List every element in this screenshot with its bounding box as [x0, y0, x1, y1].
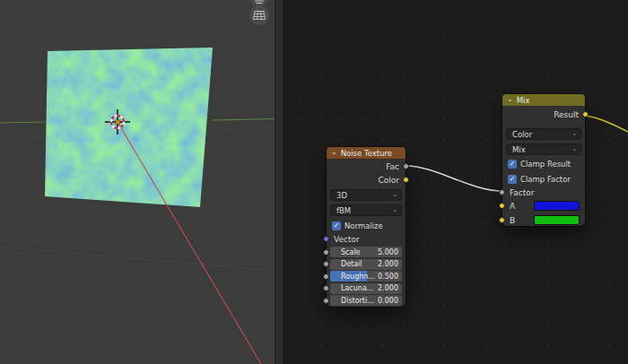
result-output-socket[interactable]	[582, 111, 589, 117]
fac-output-row: Fac	[327, 160, 406, 172]
chevron-down-icon: ⌄	[392, 207, 397, 213]
dimensions-dropdown[interactable]: 3D ⌄	[330, 189, 402, 201]
detail-input-socket[interactable]	[323, 261, 329, 267]
b-input-label: B	[510, 216, 515, 225]
roughness-value: 0.500	[378, 273, 398, 281]
chevron-down-icon: ⌄	[392, 192, 397, 198]
clamp-result-checkbox-row[interactable]: ✓ Clamp Result	[508, 159, 571, 169]
distortion-label: Distorti...	[341, 297, 374, 305]
blend-mode-value: Mix	[512, 145, 526, 154]
scale-input-socket[interactable]	[323, 249, 329, 256]
vector-input-row: Vector	[327, 233, 406, 245]
link-result-offscreen	[585, 116, 628, 132]
dimensions-value: 3D	[336, 191, 347, 200]
link-fac-to-factor	[406, 166, 502, 191]
vector-input-socket[interactable]	[323, 236, 329, 242]
distortion-value: 0.000	[378, 297, 398, 305]
collapse-chevron-icon[interactable]: ⌄	[331, 149, 337, 156]
data-type-dropdown[interactable]: Color ⌄	[506, 128, 581, 140]
mix-node-header[interactable]: ⌄ Mix	[502, 94, 585, 106]
roughness-slider[interactable]: Roughn...0.500	[330, 271, 402, 282]
data-type-value: Color	[512, 130, 532, 139]
factor-input-label: Factor	[510, 188, 535, 197]
color-output-socket[interactable]	[403, 177, 409, 183]
factor-input-socket[interactable]	[499, 189, 505, 195]
node-title: Noise Texture	[341, 149, 392, 158]
normalize-checkbox[interactable]: ✓	[332, 221, 341, 230]
clamp-result-checkbox[interactable]: ✓	[508, 160, 517, 169]
roughness-input-socket[interactable]	[323, 273, 329, 280]
color-output-label: Color	[379, 176, 400, 185]
chevron-down-icon: ⌄	[571, 131, 577, 137]
color-output-row: Color	[327, 174, 406, 186]
clamp-factor-label: Clamp Factor	[520, 175, 571, 184]
scale-slider[interactable]: Scale5.000	[330, 247, 402, 257]
3d-viewport[interactable]	[0, 0, 276, 364]
camera-gizmo-icon[interactable]	[249, 0, 269, 6]
noise-type-value: fBM	[336, 206, 351, 215]
clamp-result-label: Clamp Result	[520, 160, 571, 169]
perspective-grid-gizmo-icon[interactable]	[249, 5, 269, 25]
detail-value: 2.000	[378, 260, 398, 268]
a-input-socket[interactable]	[499, 203, 505, 209]
blend-mode-dropdown[interactable]: Mix ⌄	[506, 143, 581, 155]
lacunarity-value: 2.000	[378, 284, 398, 292]
detail-slider[interactable]: Detail2.000	[330, 259, 402, 270]
collapse-chevron-icon[interactable]: ⌄	[507, 96, 513, 103]
a-input-row: A	[502, 200, 585, 212]
b-input-socket[interactable]	[499, 217, 505, 223]
roughness-label: Roughn...	[341, 273, 375, 281]
normalize-checkbox-row[interactable]: ✓ Normalize	[332, 221, 383, 231]
noise-texture-node-header[interactable]: ⌄ Noise Texture	[327, 147, 406, 159]
result-output-row: Result	[502, 108, 585, 120]
noise-texture-node[interactable]: ⌄ Noise Texture Fac Color 3D ⌄ fBM ⌄ ✓ N	[327, 147, 406, 307]
noise-type-dropdown[interactable]: fBM ⌄	[330, 204, 402, 216]
lacunarity-label: Lacuna...	[341, 284, 373, 292]
scale-value: 5.000	[378, 248, 398, 256]
scale-label: Scale	[341, 248, 361, 256]
distortion-input-socket[interactable]	[323, 298, 329, 304]
shader-node-editor[interactable]: ⌄ Noise Texture Fac Color 3D ⌄ fBM ⌄ ✓ N	[283, 0, 628, 364]
blender-window: ⌄ Noise Texture Fac Color 3D ⌄ fBM ⌄ ✓ N	[0, 0, 628, 364]
node-title: Mix	[517, 96, 530, 105]
object-origin-dot	[116, 120, 120, 125]
normalize-label: Normalize	[345, 221, 383, 230]
result-output-label: Result	[554, 110, 579, 119]
clamp-factor-checkbox[interactable]: ✓	[508, 175, 517, 184]
b-color-swatch[interactable]	[534, 215, 580, 225]
factor-input-row: Factor	[502, 186, 585, 198]
lacunarity-input-socket[interactable]	[323, 285, 329, 291]
fac-output-socket[interactable]	[403, 163, 409, 169]
lacunarity-slider[interactable]: Lacuna...2.000	[330, 283, 402, 294]
chevron-down-icon: ⌄	[571, 146, 577, 152]
a-color-swatch[interactable]	[534, 201, 580, 211]
b-input-row: B	[502, 214, 585, 226]
clamp-factor-checkbox-row[interactable]: ✓ Clamp Factor	[508, 174, 571, 185]
fac-output-label: Fac	[386, 162, 399, 171]
vector-input-label: Vector	[334, 235, 360, 244]
3d-viewport-canvas	[0, 0, 275, 364]
mix-node[interactable]: ⌄ Mix Result Color ⌄ Mix ⌄ ✓ Clamp Resul…	[502, 94, 585, 226]
textured-plane[interactable]	[40, 40, 220, 215]
area-divider[interactable]	[276, 0, 283, 364]
detail-label: Detail	[341, 260, 362, 268]
distortion-slider[interactable]: Distorti...0.000	[330, 295, 402, 306]
a-input-label: A	[510, 202, 515, 211]
